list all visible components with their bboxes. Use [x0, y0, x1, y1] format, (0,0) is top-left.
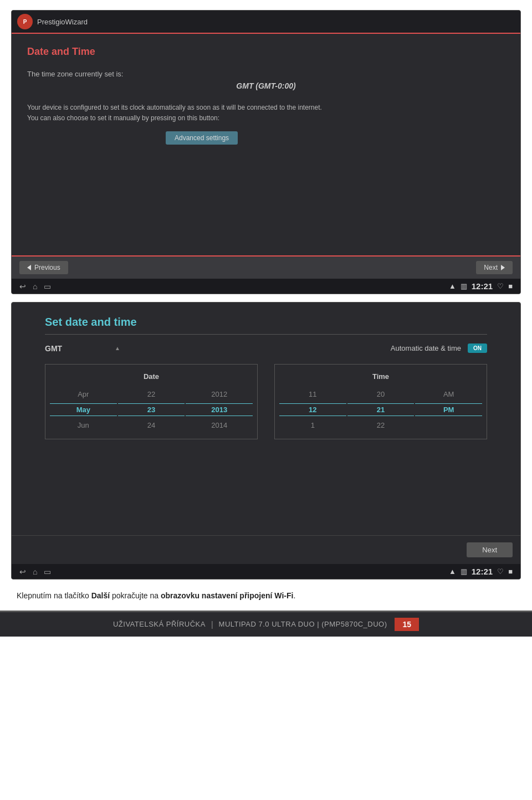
status-left: ↩ ⌂ ▭	[19, 282, 51, 291]
heart-icon-2: ♡	[497, 567, 504, 576]
time-row-3-ampm	[415, 419, 482, 431]
gmt-label: GMT	[45, 344, 111, 353]
page-footer: UŽIVATELSKÁ PŘÍRUČKA | MultiPad 7.0 ULTR…	[0, 611, 532, 637]
battery-icon-2: ▥	[461, 567, 467, 576]
arrow-right-icon	[501, 265, 505, 270]
status-time-2: 12:21	[472, 567, 493, 576]
status2-left: ↩ ⌂ ▭	[19, 567, 51, 576]
date-row-2-month[interactable]: May	[50, 403, 117, 416]
wifi-icon: ▲	[449, 282, 456, 290]
next-button[interactable]: Next	[476, 261, 513, 274]
home-icon-2: ⌂	[33, 567, 37, 576]
auto-date-time-label: Automatic date & time	[391, 344, 461, 352]
advanced-settings-button[interactable]: Advanced settings	[166, 131, 238, 145]
status2-right: ▲ ▥ 12:21 ♡ ■	[449, 567, 513, 576]
date-row-1-month: Apr	[50, 388, 117, 400]
time-row-3-hour: 1	[279, 419, 346, 431]
recents-icon: ▭	[44, 282, 51, 291]
date-row-1-day: 22	[118, 388, 185, 400]
date-header: Date	[50, 372, 253, 381]
time-row-3-min: 22	[347, 419, 415, 431]
time-row-1-hour: 11	[279, 388, 346, 400]
next-button-2[interactable]: Next	[467, 542, 513, 557]
body-text: Klepnutím na tlačítko Další pokračujte n…	[17, 589, 515, 603]
screen1-body: Date and Time The time zone currently se…	[12, 34, 520, 239]
footer-divider: |	[211, 620, 213, 629]
back-icon-2: ↩	[19, 567, 26, 576]
screen2-title: Set date and time	[45, 316, 487, 335]
date-row-1-year: 2012	[186, 388, 253, 400]
date-row-2-year[interactable]: 2013	[186, 403, 253, 416]
lock-icon-2: ■	[508, 567, 513, 576]
screen2-footer: Next	[12, 535, 520, 564]
time-grid: 11 20 AM 12 21 PM 1 22	[279, 388, 482, 431]
time-header: Time	[279, 372, 482, 381]
screen1-wizard: P PrestigioWizard Date and Time The time…	[11, 10, 521, 294]
screen1-footer: Previous Next	[12, 255, 520, 279]
screen1-header: P PrestigioWizard	[12, 11, 520, 34]
date-row-3-day: 24	[118, 419, 185, 431]
screen2-statusbar: ↩ ⌂ ▭ ▲ ▥ 12:21 ♡ ■	[12, 564, 520, 579]
status-time: 12:21	[472, 281, 493, 291]
date-row-3-month: Jun	[50, 419, 117, 431]
screen2-body: Set date and time GMT ▲ Automatic date &…	[12, 302, 520, 535]
datetime-section: Date Apr 22 2012 May 23 2013 Jun 24 2014…	[45, 364, 487, 439]
status-right: ▲ ▥ 12:21 ♡ ■	[449, 281, 513, 291]
time-row-2-ampm[interactable]: PM	[415, 403, 482, 416]
screen1-statusbar: ↩ ⌂ ▭ ▲ ▥ 12:21 ♡ ■	[12, 279, 520, 294]
time-row-2-min[interactable]: 21	[347, 403, 415, 416]
timezone-value: GMT (GMT-0:00)	[27, 81, 505, 90]
date-row-2-day[interactable]: 23	[118, 403, 185, 416]
back-icon: ↩	[19, 282, 26, 291]
app-name: PrestigioWizard	[37, 18, 88, 26]
wifi-icon-2: ▲	[449, 567, 456, 576]
screen2-datetime: Set date and time GMT ▲ Automatic date &…	[11, 302, 521, 580]
previous-button[interactable]: Previous	[19, 261, 68, 274]
footer-product: MultiPad 7.0 ULTRA DUO | (PMP5870C_DUO)	[219, 620, 387, 628]
time-row-2-hour[interactable]: 12	[279, 403, 346, 416]
screen1-title: Date and Time	[27, 46, 505, 58]
gmt-dropdown-arrow-icon: ▲	[115, 345, 120, 351]
time-picker: Time 11 20 AM 12 21 PM 1 22	[274, 364, 487, 439]
time-row-1-min: 20	[347, 388, 415, 400]
auto-date-toggle[interactable]: ON	[468, 343, 487, 353]
gmt-row: GMT ▲ Automatic date & time ON	[45, 343, 487, 353]
date-grid: Apr 22 2012 May 23 2013 Jun 24 2014	[50, 388, 253, 431]
time-row-1-ampm: AM	[415, 388, 482, 400]
battery-icon: ▥	[461, 282, 467, 290]
arrow-left-icon	[27, 265, 31, 270]
lock-icon: ■	[508, 282, 513, 290]
recents-icon-2: ▭	[44, 567, 51, 576]
date-row-3-year: 2014	[186, 419, 253, 431]
screen1-description: Your device is configured to set its clo…	[27, 102, 505, 124]
timezone-label: The time zone currently set is:	[27, 70, 505, 78]
footer-page-number: 15	[395, 618, 419, 631]
prestige-logo-icon: P	[17, 14, 33, 29]
footer-label: UŽIVATELSKÁ PŘÍRUČKA	[113, 620, 206, 628]
home-icon: ⌂	[33, 282, 37, 291]
date-picker: Date Apr 22 2012 May 23 2013 Jun 24 2014	[45, 364, 258, 439]
heart-icon: ♡	[497, 282, 504, 290]
